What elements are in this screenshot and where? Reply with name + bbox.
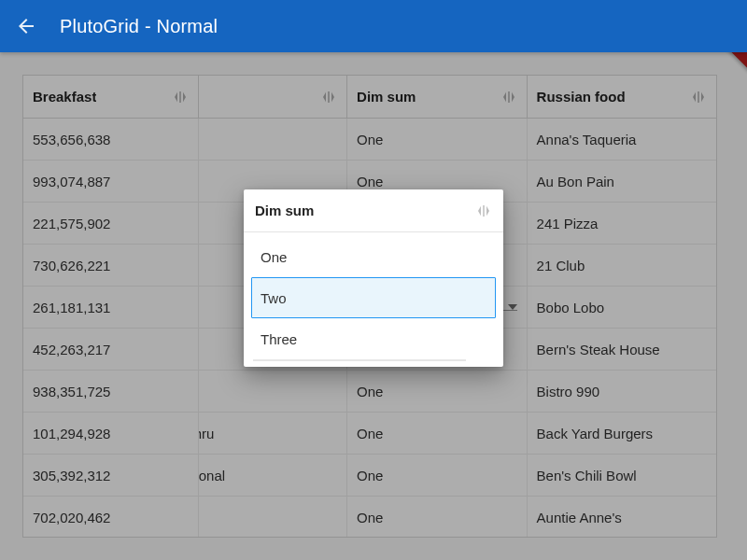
select-popup: Dim sum OneTwoThree (244, 189, 503, 367)
svg-rect-4 (483, 205, 485, 217)
select-option[interactable]: One (251, 236, 496, 277)
select-popup-header[interactable]: Dim sum (244, 189, 503, 232)
select-option[interactable]: Three (251, 318, 496, 359)
drag-handle-icon[interactable] (475, 203, 492, 219)
select-option[interactable]: Two (251, 277, 496, 318)
select-popup-list[interactable]: OneTwoThree (244, 232, 503, 367)
page-title: PlutoGrid - Normal (60, 16, 218, 37)
back-icon[interactable] (15, 15, 37, 37)
scrollbar[interactable] (253, 359, 466, 361)
app-bar: PlutoGrid - Normal (0, 0, 747, 52)
select-popup-title: Dim sum (255, 203, 314, 218)
